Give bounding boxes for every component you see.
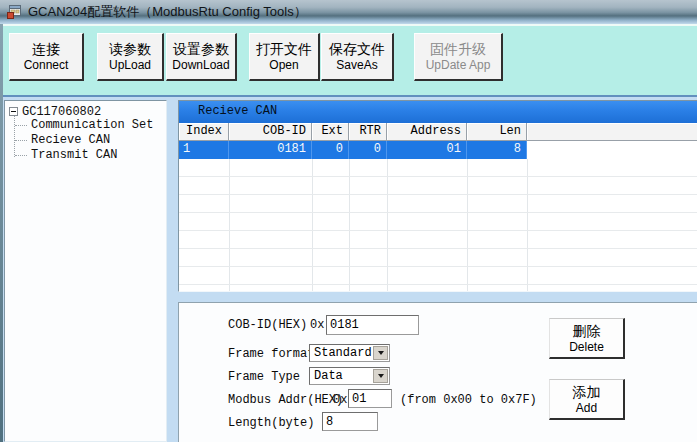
update-app-button-label-en: UpDate App bbox=[426, 58, 491, 73]
window-frame-left bbox=[0, 24, 3, 442]
tree-connector-line bbox=[14, 116, 15, 157]
triangle-glyph bbox=[378, 351, 384, 355]
upload-button[interactable]: 读参数 UpLoad bbox=[97, 33, 164, 81]
download-button[interactable]: 设置参数 DownLoad bbox=[166, 33, 237, 81]
table-row-empty bbox=[179, 159, 697, 177]
tree-root-label: GC117060802 bbox=[22, 105, 101, 119]
row-filler bbox=[527, 141, 697, 159]
delete-button-label-cn: 删除 bbox=[573, 323, 601, 340]
toolbar: 连接 Connect 读参数 UpLoad 设置参数 DownLoad 打开文件… bbox=[0, 24, 697, 97]
edit-panel: COB-ID(HEX) 0x Frame format Standard Fra… bbox=[178, 302, 697, 442]
minus-glyph bbox=[11, 111, 16, 112]
cell-len: 8 bbox=[467, 141, 527, 159]
sidebar-item-recieve-can[interactable]: Recieve CAN bbox=[31, 133, 110, 148]
delete-button[interactable]: 删除 Delete bbox=[549, 318, 625, 359]
open-file-button-label-cn: 打开文件 bbox=[256, 40, 312, 58]
open-file-button[interactable]: 打开文件 Open bbox=[249, 33, 320, 81]
cell-ext: 0 bbox=[312, 141, 349, 159]
frame-format-select[interactable]: Standard bbox=[309, 344, 390, 362]
sidebar-item-communication-set[interactable]: Communication Set bbox=[31, 118, 153, 133]
column-header-filler bbox=[527, 123, 697, 141]
delete-button-label-en: Delete bbox=[569, 340, 604, 354]
open-file-button-label-en: Open bbox=[269, 58, 298, 73]
table-row-empty bbox=[179, 213, 697, 231]
app-window: GCAN204配置软件（ModbusRtu Config Tools） 连接 C… bbox=[0, 0, 697, 442]
modbus-addr-label: Modbus Addr(HEX) bbox=[228, 393, 343, 408]
update-app-button-label-cn: 固件升级 bbox=[430, 40, 486, 58]
modbus-hex-prefix: 0x bbox=[333, 393, 347, 408]
chevron-down-icon[interactable] bbox=[373, 346, 388, 360]
upload-button-label-en: UpLoad bbox=[109, 58, 151, 73]
save-as-button-label-cn: 保存文件 bbox=[329, 40, 385, 58]
frame-format-label: Frame format bbox=[228, 347, 314, 362]
add-button[interactable]: 添加 Add bbox=[549, 379, 625, 420]
window-title: GCAN204配置软件（ModbusRtu Config Tools） bbox=[28, 3, 307, 21]
table-row-empty bbox=[179, 231, 697, 249]
cell-rtr: 0 bbox=[349, 141, 387, 159]
upload-button-label-cn: 读参数 bbox=[109, 40, 151, 58]
length-label: Length(byte) bbox=[228, 416, 314, 431]
update-app-button: 固件升级 UpDate App bbox=[414, 33, 503, 81]
table-row-empty bbox=[179, 177, 697, 195]
save-as-button-label-en: SaveAs bbox=[336, 58, 377, 73]
connect-button[interactable]: 连接 Connect bbox=[9, 33, 84, 81]
column-header-rtr[interactable]: RTR bbox=[349, 123, 387, 141]
panel-title: Recieve CAN bbox=[179, 101, 697, 123]
modbus-range-hint: (from 0x00 to 0x7F) bbox=[400, 393, 537, 408]
tree-node-root[interactable]: GC117060802 bbox=[9, 104, 101, 119]
frame-format-value: Standard bbox=[314, 346, 372, 360]
connect-button-label-cn: 连接 bbox=[32, 40, 60, 58]
table-row-empty bbox=[179, 267, 697, 285]
column-header-len[interactable]: Len bbox=[467, 123, 527, 141]
table-row-selected[interactable]: 1 0181 0 0 01 8 bbox=[179, 141, 697, 159]
cell-index: 1 bbox=[179, 141, 229, 159]
column-header-address[interactable]: Address bbox=[387, 123, 467, 141]
download-button-label-cn: 设置参数 bbox=[173, 40, 229, 58]
frame-type-select[interactable]: Data bbox=[309, 367, 390, 385]
cobid-label: COB-ID(HEX) bbox=[228, 318, 307, 333]
frame-type-value: Data bbox=[314, 369, 343, 383]
chevron-down-icon[interactable] bbox=[373, 369, 388, 383]
download-button-label-en: DownLoad bbox=[172, 58, 229, 73]
column-header-cob-id[interactable]: COB-ID bbox=[229, 123, 312, 141]
collapse-icon[interactable] bbox=[9, 107, 18, 116]
save-as-button[interactable]: 保存文件 SaveAs bbox=[321, 33, 394, 81]
cell-address: 01 bbox=[387, 141, 467, 159]
table-row-empty bbox=[179, 195, 697, 213]
device-tree: GC117060802 Communication Set Recieve CA… bbox=[4, 100, 167, 442]
add-button-label-en: Add bbox=[576, 401, 597, 415]
sidebar-item-transmit-can[interactable]: Transmit CAN bbox=[31, 148, 117, 163]
length-input[interactable] bbox=[322, 412, 378, 431]
triangle-glyph bbox=[378, 374, 384, 378]
table-header: Index COB-ID Ext RTR Address Len bbox=[179, 123, 697, 141]
title-bar[interactable]: GCAN204配置软件（ModbusRtu Config Tools） bbox=[0, 0, 697, 24]
column-header-index[interactable]: Index bbox=[179, 123, 229, 141]
modbus-addr-input[interactable] bbox=[348, 389, 392, 408]
frame-type-label: Frame Type bbox=[228, 370, 300, 385]
connect-button-label-en: Connect bbox=[24, 58, 69, 73]
table-row-empty bbox=[179, 249, 697, 267]
cobid-input[interactable] bbox=[326, 315, 419, 335]
app-icon bbox=[6, 4, 22, 20]
add-button-label-cn: 添加 bbox=[573, 384, 601, 401]
cell-cob-id: 0181 bbox=[229, 141, 312, 159]
table-row-empty bbox=[179, 285, 697, 292]
column-header-ext[interactable]: Ext bbox=[312, 123, 349, 141]
cobid-hex-prefix: 0x bbox=[310, 318, 324, 333]
recieve-can-panel: Recieve CAN Index COB-ID Ext RTR Address… bbox=[178, 100, 697, 292]
